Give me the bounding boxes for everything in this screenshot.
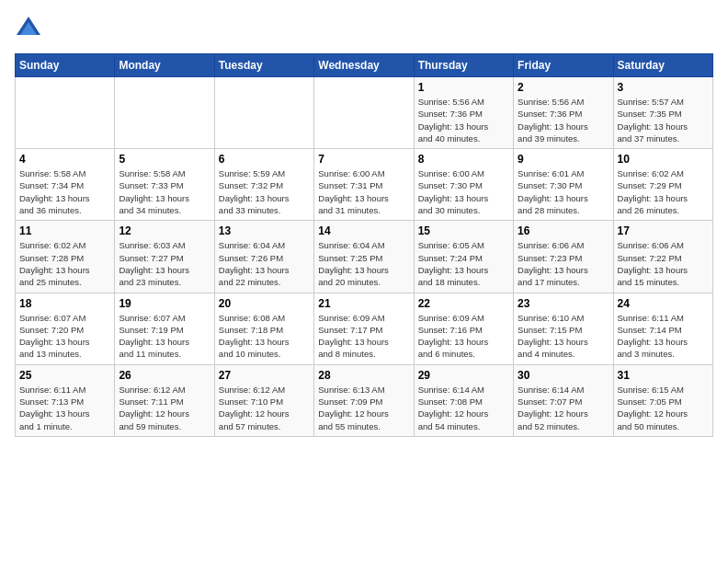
day-number: 30 <box>518 369 609 382</box>
calendar-cell <box>314 77 414 149</box>
calendar-header-thursday: Thursday <box>414 54 513 77</box>
calendar-cell: 14Sunrise: 6:04 AM Sunset: 7:25 PM Dayli… <box>314 221 414 293</box>
day-number: 12 <box>119 224 210 237</box>
day-info: Sunrise: 5:59 AM Sunset: 7:32 PM Dayligh… <box>219 167 310 216</box>
day-number: 18 <box>19 297 110 310</box>
day-info: Sunrise: 5:56 AM Sunset: 7:36 PM Dayligh… <box>418 96 509 144</box>
calendar-cell: 2Sunrise: 5:56 AM Sunset: 7:36 PM Daylig… <box>514 77 613 149</box>
calendar-cell: 21Sunrise: 6:09 AM Sunset: 7:17 PM Dayli… <box>314 293 414 364</box>
calendar-cell: 24Sunrise: 6:11 AM Sunset: 7:14 PM Dayli… <box>613 293 712 364</box>
day-number: 20 <box>219 297 310 310</box>
calendar-cell: 15Sunrise: 6:05 AM Sunset: 7:24 PM Dayli… <box>414 221 513 293</box>
day-info: Sunrise: 6:04 AM Sunset: 7:25 PM Dayligh… <box>318 239 409 288</box>
calendar: SundayMondayTuesdayWednesdayThursdayFrid… <box>15 53 713 437</box>
day-info: Sunrise: 6:09 AM Sunset: 7:17 PM Dayligh… <box>318 312 409 361</box>
day-info: Sunrise: 6:01 AM Sunset: 7:30 PM Dayligh… <box>518 167 609 216</box>
calendar-header-tuesday: Tuesday <box>214 54 313 77</box>
day-number: 4 <box>19 153 110 166</box>
day-info: Sunrise: 6:02 AM Sunset: 7:28 PM Dayligh… <box>19 239 110 288</box>
day-number: 22 <box>418 297 509 310</box>
day-info: Sunrise: 6:07 AM Sunset: 7:19 PM Dayligh… <box>119 312 210 361</box>
calendar-cell: 10Sunrise: 6:02 AM Sunset: 7:29 PM Dayli… <box>613 149 712 221</box>
calendar-cell: 7Sunrise: 6:00 AM Sunset: 7:31 PM Daylig… <box>314 149 414 221</box>
calendar-cell: 9Sunrise: 6:01 AM Sunset: 7:30 PM Daylig… <box>514 149 613 221</box>
day-info: Sunrise: 6:04 AM Sunset: 7:26 PM Dayligh… <box>219 239 310 288</box>
day-number: 5 <box>119 153 210 166</box>
day-info: Sunrise: 6:13 AM Sunset: 7:09 PM Dayligh… <box>318 384 409 432</box>
day-number: 23 <box>518 297 609 310</box>
calendar-cell: 28Sunrise: 6:13 AM Sunset: 7:09 PM Dayli… <box>314 364 414 436</box>
day-number: 26 <box>119 369 210 382</box>
day-number: 28 <box>318 369 409 382</box>
day-info: Sunrise: 6:00 AM Sunset: 7:30 PM Dayligh… <box>418 167 509 216</box>
day-info: Sunrise: 6:02 AM Sunset: 7:29 PM Dayligh… <box>618 167 709 216</box>
day-number: 9 <box>518 153 609 166</box>
calendar-cell: 5Sunrise: 5:58 AM Sunset: 7:33 PM Daylig… <box>115 149 214 221</box>
day-number: 11 <box>19 224 110 237</box>
calendar-cell: 1Sunrise: 5:56 AM Sunset: 7:36 PM Daylig… <box>414 77 513 149</box>
calendar-cell: 6Sunrise: 5:59 AM Sunset: 7:32 PM Daylig… <box>214 149 313 221</box>
calendar-cell: 17Sunrise: 6:06 AM Sunset: 7:22 PM Dayli… <box>613 221 712 293</box>
day-number: 15 <box>418 224 509 237</box>
day-number: 31 <box>618 369 709 382</box>
calendar-cell: 13Sunrise: 6:04 AM Sunset: 7:26 PM Dayli… <box>214 221 313 293</box>
day-number: 1 <box>418 81 509 94</box>
day-number: 13 <box>219 224 310 237</box>
day-info: Sunrise: 5:56 AM Sunset: 7:36 PM Dayligh… <box>518 96 609 144</box>
day-info: Sunrise: 6:06 AM Sunset: 7:22 PM Dayligh… <box>618 239 709 288</box>
day-number: 21 <box>318 297 409 310</box>
day-info: Sunrise: 5:57 AM Sunset: 7:35 PM Dayligh… <box>618 96 709 144</box>
calendar-cell: 16Sunrise: 6:06 AM Sunset: 7:23 PM Dayli… <box>514 221 613 293</box>
day-number: 16 <box>518 224 609 237</box>
calendar-cell <box>115 77 214 149</box>
calendar-cell: 26Sunrise: 6:12 AM Sunset: 7:11 PM Dayli… <box>115 364 214 436</box>
calendar-cell <box>214 77 313 149</box>
day-info: Sunrise: 6:03 AM Sunset: 7:27 PM Dayligh… <box>119 239 210 288</box>
day-info: Sunrise: 6:14 AM Sunset: 7:07 PM Dayligh… <box>518 384 609 432</box>
calendar-week-1: 1Sunrise: 5:56 AM Sunset: 7:36 PM Daylig… <box>16 77 713 149</box>
day-info: Sunrise: 6:06 AM Sunset: 7:23 PM Dayligh… <box>518 239 609 288</box>
calendar-week-2: 4Sunrise: 5:58 AM Sunset: 7:34 PM Daylig… <box>16 149 713 221</box>
day-number: 8 <box>418 153 509 166</box>
day-info: Sunrise: 6:12 AM Sunset: 7:11 PM Dayligh… <box>119 384 210 432</box>
calendar-cell: 27Sunrise: 6:12 AM Sunset: 7:10 PM Dayli… <box>214 364 313 436</box>
day-number: 14 <box>318 224 409 237</box>
day-number: 25 <box>19 369 110 382</box>
calendar-header-friday: Friday <box>514 54 613 77</box>
day-info: Sunrise: 5:58 AM Sunset: 7:33 PM Dayligh… <box>119 167 210 216</box>
calendar-cell: 20Sunrise: 6:08 AM Sunset: 7:18 PM Dayli… <box>214 293 313 364</box>
calendar-cell: 12Sunrise: 6:03 AM Sunset: 7:27 PM Dayli… <box>115 221 214 293</box>
calendar-cell: 30Sunrise: 6:14 AM Sunset: 7:07 PM Dayli… <box>514 364 613 436</box>
calendar-header-saturday: Saturday <box>613 54 712 77</box>
day-number: 2 <box>518 81 609 94</box>
day-info: Sunrise: 6:15 AM Sunset: 7:05 PM Dayligh… <box>618 384 709 432</box>
day-info: Sunrise: 6:09 AM Sunset: 7:16 PM Dayligh… <box>418 312 509 361</box>
day-info: Sunrise: 6:08 AM Sunset: 7:18 PM Dayligh… <box>219 312 310 361</box>
calendar-cell: 11Sunrise: 6:02 AM Sunset: 7:28 PM Dayli… <box>16 221 115 293</box>
calendar-header-sunday: Sunday <box>16 54 115 77</box>
calendar-cell: 19Sunrise: 6:07 AM Sunset: 7:19 PM Dayli… <box>115 293 214 364</box>
calendar-cell: 23Sunrise: 6:10 AM Sunset: 7:15 PM Dayli… <box>514 293 613 364</box>
page-header <box>15 15 713 42</box>
calendar-header-monday: Monday <box>115 54 214 77</box>
day-info: Sunrise: 6:00 AM Sunset: 7:31 PM Dayligh… <box>318 167 409 216</box>
calendar-cell <box>16 77 115 149</box>
calendar-cell: 3Sunrise: 5:57 AM Sunset: 7:35 PM Daylig… <box>613 77 712 149</box>
calendar-cell: 4Sunrise: 5:58 AM Sunset: 7:34 PM Daylig… <box>16 149 115 221</box>
day-number: 10 <box>618 153 709 166</box>
day-info: Sunrise: 6:11 AM Sunset: 7:14 PM Dayligh… <box>618 312 709 361</box>
day-info: Sunrise: 6:11 AM Sunset: 7:13 PM Dayligh… <box>19 384 110 432</box>
day-info: Sunrise: 6:14 AM Sunset: 7:08 PM Dayligh… <box>418 384 509 432</box>
day-number: 3 <box>618 81 709 94</box>
day-number: 19 <box>119 297 210 310</box>
calendar-header-wednesday: Wednesday <box>314 54 414 77</box>
calendar-cell: 25Sunrise: 6:11 AM Sunset: 7:13 PM Dayli… <box>16 364 115 436</box>
day-info: Sunrise: 6:12 AM Sunset: 7:10 PM Dayligh… <box>219 384 310 432</box>
calendar-week-5: 25Sunrise: 6:11 AM Sunset: 7:13 PM Dayli… <box>16 364 713 436</box>
day-number: 6 <box>219 153 310 166</box>
calendar-cell: 29Sunrise: 6:14 AM Sunset: 7:08 PM Dayli… <box>414 364 513 436</box>
day-info: Sunrise: 6:05 AM Sunset: 7:24 PM Dayligh… <box>418 239 509 288</box>
calendar-header-row: SundayMondayTuesdayWednesdayThursdayFrid… <box>16 54 713 77</box>
day-number: 17 <box>618 224 709 237</box>
day-number: 24 <box>618 297 709 310</box>
